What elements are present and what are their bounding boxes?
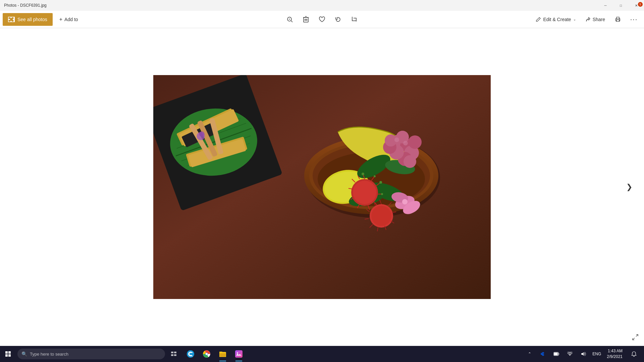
svg-point-108 [237, 352, 238, 354]
svg-rect-1 [11, 17, 14, 19]
svg-rect-98 [174, 354, 176, 356]
show-hidden-icons-button[interactable]: ⌃ [524, 347, 536, 361]
dropbox-tray-icon [540, 351, 546, 357]
taskbar-edge-app[interactable] [182, 346, 199, 362]
next-photo-button[interactable]: ❯ [621, 179, 637, 195]
print-button[interactable] [610, 12, 625, 27]
see-all-photos-button[interactable]: See all photos [3, 13, 53, 26]
svg-point-73 [374, 175, 376, 177]
expand-icon [632, 334, 639, 341]
minimize-button[interactable]: ─ [598, 0, 613, 11]
language-indicator[interactable]: ENG [591, 347, 603, 361]
chevron-up-icon: ⌃ [528, 352, 531, 356]
battery-icon[interactable] [550, 347, 562, 361]
share-button[interactable]: Share [581, 13, 609, 26]
next-arrow-icon: ❯ [626, 183, 632, 191]
chevron-down-icon: ⌄ [573, 17, 576, 21]
edge-icon [187, 350, 194, 358]
expand-button[interactable] [630, 332, 641, 343]
volume-tray-icon [581, 352, 586, 356]
rotate-button[interactable] [331, 12, 345, 27]
add-to-button[interactable]: + Add to [55, 13, 82, 26]
wifi-tray-icon [567, 352, 573, 356]
svg-point-57 [394, 137, 399, 142]
svg-point-102 [206, 353, 208, 355]
photo-viewer: ❯ [0, 28, 644, 346]
svg-point-60 [353, 181, 376, 204]
taskbar-explorer-app[interactable] [215, 346, 231, 362]
svg-point-78 [371, 206, 391, 226]
svg-rect-105 [219, 352, 222, 353]
volume-icon[interactable] [577, 347, 589, 361]
edit-create-label: Edit & Create [543, 17, 571, 22]
svg-point-58 [403, 141, 408, 145]
svg-point-74 [379, 181, 382, 184]
photos-grid-icon [8, 17, 15, 22]
svg-line-94 [633, 338, 635, 340]
notification-icon [631, 351, 637, 357]
notification-badge: 5 [638, 2, 643, 7]
window-controls: ─ □ ✕ [598, 0, 644, 11]
svg-point-55 [404, 155, 416, 168]
svg-rect-106 [220, 353, 226, 357]
svg-point-92 [402, 199, 408, 204]
maximize-button[interactable]: □ [613, 0, 629, 11]
svg-point-54 [408, 135, 422, 149]
svg-rect-95 [171, 352, 173, 353]
favorite-button[interactable] [315, 12, 329, 27]
wifi-icon[interactable] [564, 347, 576, 361]
zoom-out-button[interactable] [282, 12, 297, 27]
plus-icon: + [59, 16, 62, 22]
taskbar-system-tray: ⌃ [521, 346, 644, 362]
language-text: ENG [592, 352, 601, 356]
crop-button[interactable] [347, 12, 362, 27]
svg-point-99 [187, 350, 194, 358]
photo-display [153, 75, 491, 299]
taskbar: 🔍 Type here to search [0, 346, 644, 362]
explorer-icon [219, 350, 226, 358]
svg-line-93 [636, 335, 638, 337]
svg-rect-96 [174, 352, 176, 353]
chrome-icon [203, 350, 210, 358]
svg-rect-2 [8, 20, 11, 22]
search-placeholder: Type here to search [30, 352, 68, 357]
svg-rect-15 [616, 17, 619, 19]
svg-rect-97 [171, 354, 173, 356]
share-label: Share [593, 17, 605, 22]
task-view-button[interactable] [166, 346, 181, 362]
toolbar-center-actions [282, 12, 362, 27]
more-options-button[interactable]: ··· [627, 12, 641, 27]
svg-line-6 [291, 21, 292, 22]
windows-logo-icon [5, 351, 11, 357]
svg-rect-107 [235, 350, 243, 358]
clock-date: 2/9/2021 [607, 354, 623, 360]
taskbar-apps [182, 346, 247, 362]
dropbox-icon[interactable] [537, 347, 549, 361]
window-title: Photos - DSCF6391.jpg [4, 3, 47, 8]
svg-rect-111 [558, 353, 559, 355]
svg-rect-110 [554, 353, 558, 355]
svg-rect-14 [616, 20, 619, 21]
toolbar-right-actions: Edit & Create ⌄ Share ··· [532, 12, 641, 27]
see-all-photos-label: See all photos [17, 17, 47, 22]
svg-rect-3 [11, 20, 14, 22]
photos-icon [235, 350, 243, 358]
svg-rect-0 [8, 17, 11, 19]
title-bar: Photos - DSCF6391.jpg ─ □ ✕ [0, 0, 644, 11]
battery-tray-icon [553, 352, 559, 356]
delete-button[interactable] [299, 12, 313, 27]
taskbar-search-bar[interactable]: 🔍 Type here to search [17, 349, 165, 359]
svg-point-72 [362, 173, 364, 175]
add-to-label: Add to [64, 17, 78, 22]
start-button[interactable] [0, 346, 16, 362]
taskbar-clock[interactable]: 1:43 AM 2/9/2021 [604, 346, 625, 362]
edit-create-button[interactable]: Edit & Create ⌄ [532, 13, 580, 26]
toolbar: See all photos + Add to [0, 11, 644, 28]
notification-center-button[interactable]: 5 [627, 346, 641, 362]
taskbar-photos-app[interactable] [231, 346, 247, 362]
taskbar-chrome-app[interactable] [199, 346, 215, 362]
ellipsis-icon: ··· [630, 15, 638, 23]
photo-container [153, 75, 491, 299]
task-view-icon [171, 351, 177, 357]
search-icon: 🔍 [21, 351, 27, 357]
